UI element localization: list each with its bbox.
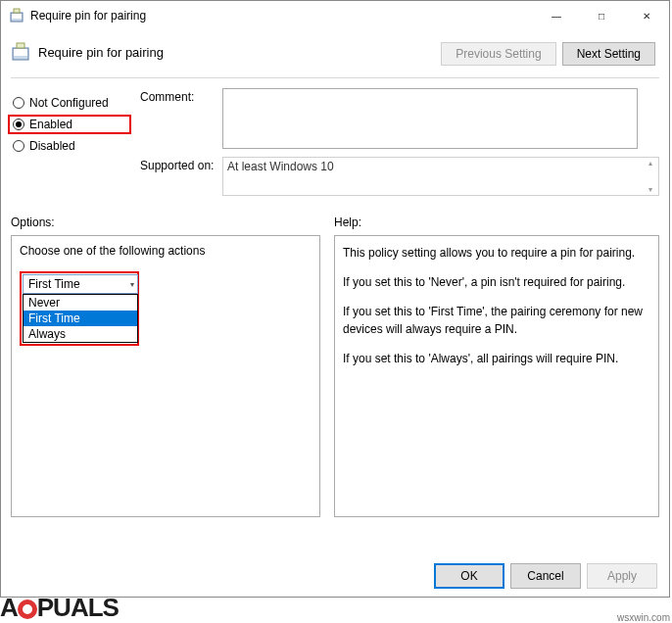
supported-on-label: Supported on: — [140, 157, 215, 172]
apply-button[interactable]: Apply — [587, 563, 657, 589]
close-button[interactable]: ✕ — [624, 1, 669, 30]
radio-icon — [13, 140, 24, 152]
watermark-text: PUALS — [37, 593, 119, 623]
options-select-highlight: First Time ▾ Never First Time Always — [20, 271, 139, 346]
window-controls: — □ ✕ — [534, 1, 669, 30]
svg-rect-4 — [14, 49, 27, 56]
chevron-down-icon: ▾ — [648, 185, 652, 194]
radio-icon — [13, 119, 24, 130]
comment-textarea[interactable] — [222, 88, 638, 149]
supported-on-field: At least Windows 10 ▴ ▾ — [222, 157, 659, 196]
radio-disabled[interactable]: Disabled — [11, 135, 128, 157]
page-title: Require pin for pairing — [38, 45, 164, 60]
radio-label: Not Configured — [29, 96, 109, 110]
gpo-icon-large — [11, 42, 30, 62]
dialog-window: Require pin for pairing — □ ✕ Require pi… — [0, 0, 670, 598]
help-text: If you set this to 'First Time', the pai… — [343, 303, 650, 338]
radio-enabled[interactable]: Enabled — [8, 115, 131, 134]
next-setting-button[interactable]: Next Setting — [562, 42, 655, 66]
window-title: Require pin for pairing — [30, 9, 534, 23]
dropdown-item-first-time[interactable]: First Time — [24, 311, 137, 326]
radio-icon — [13, 97, 24, 109]
ok-button[interactable]: OK — [434, 563, 504, 589]
watermark-logo: APUALS — [0, 593, 119, 623]
options-heading: Options: — [11, 216, 314, 229]
help-panel: This policy setting allows you to requir… — [334, 235, 659, 517]
chevron-down-icon: ▾ — [130, 280, 134, 289]
dialog-footer: OK Cancel Apply — [434, 563, 657, 589]
divider — [11, 77, 659, 78]
radio-label: Disabled — [29, 139, 75, 153]
comment-label: Comment: — [140, 88, 215, 104]
action-select[interactable]: First Time ▾ — [23, 274, 138, 294]
image-credit: wsxwin.com — [617, 612, 670, 623]
help-text: This policy setting allows you to requir… — [343, 244, 650, 262]
cancel-button[interactable]: Cancel — [510, 563, 581, 589]
watermark-text: A — [0, 593, 18, 623]
help-text: If you set this to 'Always', all pairing… — [343, 350, 650, 367]
help-text: If you set this to 'Never', a pin isn't … — [343, 273, 650, 291]
svg-rect-1 — [12, 14, 22, 19]
previous-setting-button[interactable]: Previous Setting — [441, 42, 555, 66]
radio-label: Enabled — [29, 118, 72, 131]
dropdown-item-never[interactable]: Never — [24, 295, 137, 311]
dropdown-item-always[interactable]: Always — [24, 326, 137, 342]
chevron-up-icon: ▴ — [648, 159, 652, 168]
supported-on-value: At least Windows 10 — [227, 160, 334, 173]
radio-not-configured[interactable]: Not Configured — [11, 92, 128, 114]
svg-rect-5 — [17, 43, 24, 48]
options-prompt: Choose one of the following actions — [20, 244, 312, 258]
help-heading: Help: — [334, 216, 361, 229]
action-dropdown-list: Never First Time Always — [23, 294, 138, 343]
watermark-circle-icon — [18, 599, 37, 619]
select-value: First Time — [28, 277, 80, 291]
svg-rect-2 — [14, 9, 20, 13]
options-panel: Choose one of the following actions Firs… — [11, 235, 320, 517]
scroll-spinner[interactable]: ▴ ▾ — [644, 159, 657, 194]
titlebar[interactable]: Require pin for pairing — □ ✕ — [1, 1, 669, 30]
maximize-button[interactable]: □ — [579, 1, 624, 30]
state-radio-group: Not Configured Enabled Disabled — [11, 88, 128, 157]
gpo-icon — [9, 8, 24, 24]
minimize-button[interactable]: — — [534, 1, 579, 30]
